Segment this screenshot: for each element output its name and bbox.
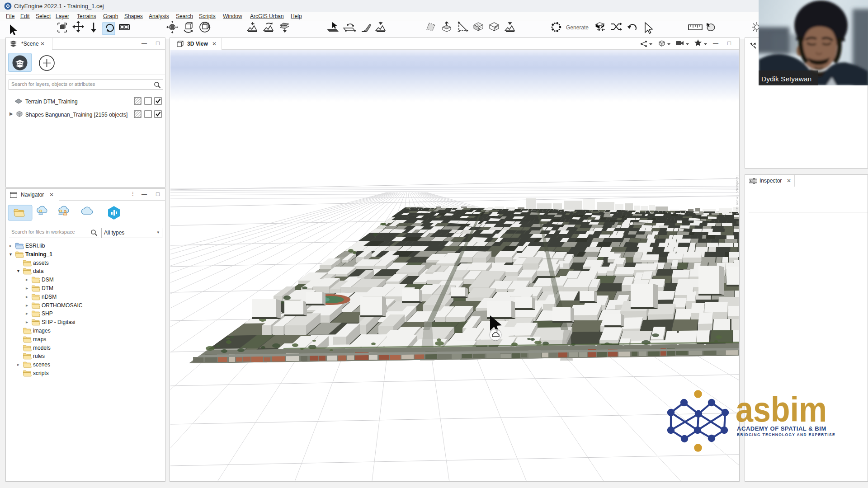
svg-text:asbim: asbim xyxy=(736,389,827,429)
svg-text:BRIDGING TECHNOLOGY AND EXPERT: BRIDGING TECHNOLOGY AND EXPERTISE xyxy=(737,432,835,437)
svg-text:Dydik Setyawan: Dydik Setyawan xyxy=(761,75,811,83)
svg-text:Generate: Generate xyxy=(566,24,589,31)
svg-text:ACADEMY OF SPATIAL & BIM: ACADEMY OF SPATIAL & BIM xyxy=(737,425,826,432)
